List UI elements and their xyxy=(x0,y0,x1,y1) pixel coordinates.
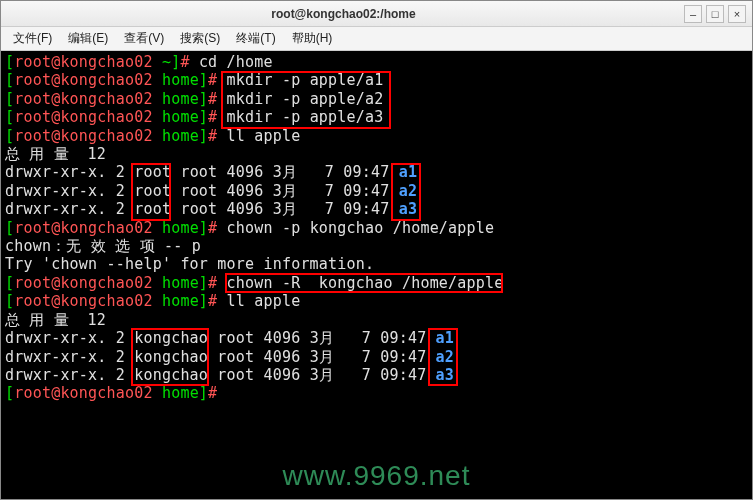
titlebar[interactable]: root@kongchao02:/home – □ × xyxy=(1,1,752,27)
window-title: root@kongchao02:/home xyxy=(7,7,680,21)
terminal-window: root@kongchao02:/home – □ × 文件(F) 编辑(E) … xyxy=(0,0,753,500)
menu-terminal[interactable]: 终端(T) xyxy=(228,28,283,49)
menu-file[interactable]: 文件(F) xyxy=(5,28,60,49)
watermark: www.9969.net xyxy=(1,467,752,485)
menubar: 文件(F) 编辑(E) 查看(V) 搜索(S) 终端(T) 帮助(H) xyxy=(1,27,752,51)
terminal-output[interactable]: [root@kongchao02 ~]# cd /home [root@kong… xyxy=(1,51,752,499)
menu-edit[interactable]: 编辑(E) xyxy=(60,28,116,49)
close-button[interactable]: × xyxy=(728,5,746,23)
menu-help[interactable]: 帮助(H) xyxy=(284,28,341,49)
maximize-button[interactable]: □ xyxy=(706,5,724,23)
minimize-button[interactable]: – xyxy=(684,5,702,23)
menu-view[interactable]: 查看(V) xyxy=(116,28,172,49)
menu-search[interactable]: 搜索(S) xyxy=(172,28,228,49)
